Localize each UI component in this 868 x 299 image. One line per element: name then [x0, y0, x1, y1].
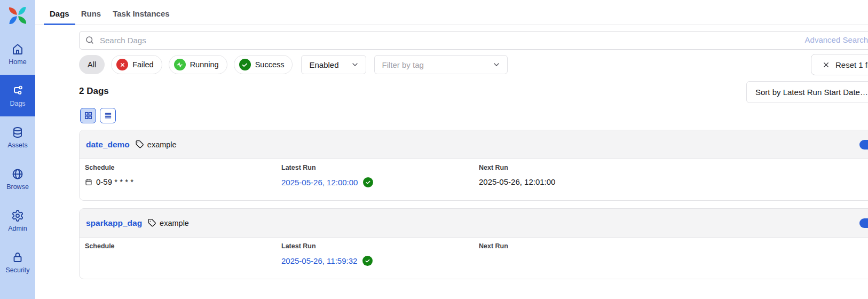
- lock-icon: [11, 251, 24, 264]
- tag-filter-select[interactable]: Filter by tag: [374, 55, 508, 74]
- sidebar-item-browse[interactable]: Browse: [0, 158, 35, 200]
- latest-run-label: Latest Run: [281, 164, 373, 171]
- search-icon: [85, 35, 94, 45]
- grid-view-icon: [84, 111, 93, 120]
- latest-run-column: Latest Run 2025-05-26, 12:00:00: [281, 164, 373, 187]
- dag-card-body: Schedule 0-59 * * * * Latest Run 2025-05…: [80, 159, 868, 200]
- search-input[interactable]: [79, 31, 868, 50]
- reset-filters-button[interactable]: Reset 1 filter: [811, 54, 868, 75]
- next-run-label: Next Run: [479, 164, 555, 171]
- run-success-badge[interactable]: [363, 177, 373, 187]
- sidebar-item-label: Home: [9, 58, 26, 66]
- dag-card: sparkapp_dag example Schedule Latest Run…: [79, 208, 868, 279]
- filter-chip-failed[interactable]: Failed: [111, 55, 162, 74]
- latest-run-label: Latest Run: [281, 242, 373, 250]
- view-toggle-group: [80, 108, 116, 123]
- tab-runs[interactable]: Runs: [75, 3, 107, 25]
- filter-chip-all[interactable]: All: [79, 55, 105, 74]
- dag-tag[interactable]: example: [147, 140, 177, 149]
- database-icon: [11, 126, 24, 139]
- dag-name-link[interactable]: sparkapp_dag: [86, 218, 142, 228]
- chip-label: Failed: [132, 60, 154, 69]
- dags-icon: [11, 84, 24, 97]
- dag-enabled-toggle[interactable]: [859, 218, 868, 228]
- sidebar-item-admin[interactable]: Admin: [0, 200, 35, 241]
- next-run-column: Next Run 2025-05-26, 12:01:00: [479, 164, 555, 186]
- sidebar-nav: Home Dags Assets Browse Admin: [0, 33, 35, 283]
- chip-label: Running: [190, 60, 219, 69]
- chevron-down-icon: [351, 60, 359, 69]
- schedule-label: Schedule: [85, 242, 115, 250]
- next-run-label: Next Run: [479, 242, 508, 250]
- filter-chip-running[interactable]: Running: [169, 55, 227, 74]
- card-view-button[interactable]: [80, 108, 96, 123]
- sidebar-item-label: Dags: [10, 100, 25, 107]
- success-status-icon: [239, 59, 251, 70]
- dag-count-heading: 2 Dags: [79, 86, 109, 97]
- sidebar: Home Dags Assets Browse Admin: [0, 0, 35, 299]
- sidebar-item-home[interactable]: Home: [0, 33, 35, 75]
- dag-card-controls: [859, 140, 868, 150]
- airflow-pinwheel-icon: [7, 5, 28, 26]
- latest-run-link[interactable]: 2025-05-26, 11:59:32: [281, 256, 357, 265]
- main-content: Dags Runs Task Instances Advanced Search…: [35, 0, 868, 299]
- sidebar-item-security[interactable]: Security: [0, 241, 35, 283]
- latest-run-column: Latest Run 2025-05-26, 11:59:32: [281, 242, 373, 266]
- check-icon: [365, 179, 371, 185]
- dag-card-body: Schedule Latest Run 2025-05-26, 11:59:32…: [80, 238, 868, 279]
- chip-label: All: [88, 60, 96, 69]
- search-bar: Advanced Search Ctrl+K: [79, 31, 868, 50]
- sidebar-item-label: Admin: [8, 225, 27, 232]
- tag-icon: [147, 218, 156, 227]
- sort-select[interactable]: Sort by Latest Run Start Date…: [746, 81, 868, 103]
- chevron-down-icon: [492, 60, 501, 69]
- schedule-label: Schedule: [85, 164, 133, 171]
- dag-enabled-toggle[interactable]: [859, 140, 868, 150]
- enabled-filter-select[interactable]: Enabled: [301, 55, 366, 74]
- sidebar-item-assets[interactable]: Assets: [0, 116, 35, 158]
- schedule-column: Schedule: [85, 242, 115, 250]
- sidebar-item-dags[interactable]: Dags: [0, 75, 35, 116]
- running-status-icon: [174, 59, 186, 70]
- airflow-logo[interactable]: [0, 0, 35, 31]
- list-view-button[interactable]: [100, 108, 116, 123]
- home-icon: [11, 43, 24, 56]
- sort-select-value: Sort by Latest Run Start Date…: [755, 88, 868, 97]
- filter-chip-success[interactable]: Success: [234, 55, 293, 74]
- failed-status-icon: [116, 59, 128, 70]
- schedule-column: Schedule 0-59 * * * *: [85, 164, 133, 186]
- page-tabs: Dags Runs Task Instances: [35, 0, 868, 25]
- sidebar-item-label: Security: [5, 266, 29, 274]
- sidebar-item-label: Assets: [7, 141, 28, 149]
- dag-name-link[interactable]: date_demo: [86, 140, 130, 150]
- reset-filters-label: Reset 1 filter: [835, 60, 868, 69]
- dag-card: date_demo example Schedule 0-59 * * * *: [79, 130, 868, 201]
- close-icon: [822, 61, 830, 69]
- dag-tag[interactable]: example: [160, 219, 189, 227]
- check-icon: [365, 258, 370, 264]
- run-success-badge[interactable]: [362, 256, 373, 266]
- gear-icon: [11, 209, 24, 222]
- tag-icon: [135, 140, 144, 149]
- sidebar-item-label: Browse: [6, 183, 29, 191]
- select-placeholder: Filter by tag: [382, 60, 424, 69]
- chip-label: Success: [255, 60, 285, 69]
- latest-run-link[interactable]: 2025-05-26, 12:00:00: [281, 178, 358, 187]
- dag-card-header: date_demo example: [80, 130, 868, 159]
- globe-icon: [11, 168, 24, 180]
- advanced-search-link[interactable]: Advanced Search: [805, 35, 868, 44]
- dag-card-controls: [859, 218, 868, 228]
- list-view-icon: [104, 111, 113, 120]
- tab-dags[interactable]: Dags: [44, 3, 75, 25]
- next-run-column: Next Run: [479, 242, 508, 250]
- next-run-value: 2025-05-26, 12:01:00: [479, 177, 555, 186]
- schedule-value: 0-59 * * * *: [96, 177, 133, 186]
- select-value: Enabled: [309, 60, 338, 69]
- calendar-icon: [85, 178, 92, 186]
- dag-card-header: sparkapp_dag example: [80, 209, 868, 238]
- filter-chips-row: All Failed Running Success Enabled: [79, 55, 868, 74]
- tab-task-instances[interactable]: Task Instances: [107, 3, 175, 25]
